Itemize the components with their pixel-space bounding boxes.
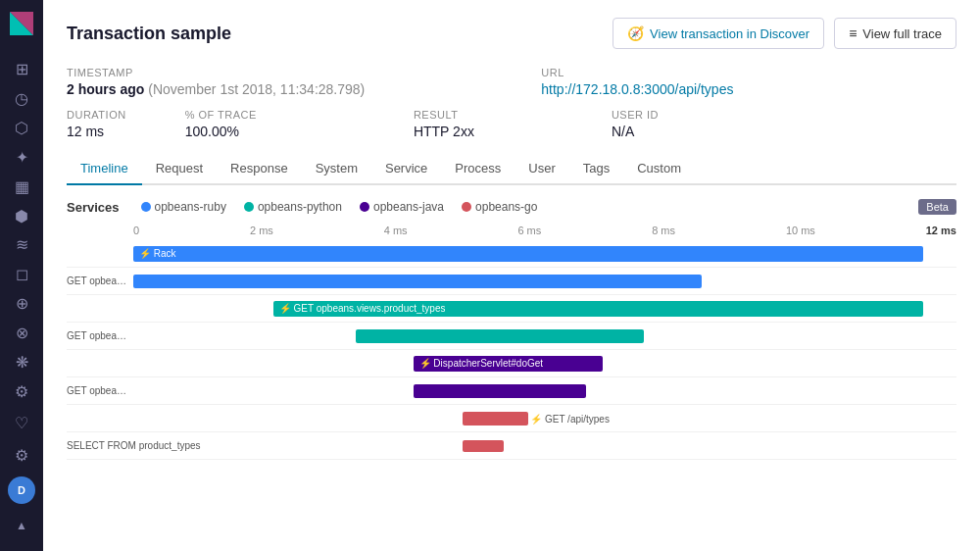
span-label-java: GET opbeans-java:3000	[67, 330, 133, 341]
timeline-chart: 0 2 ms 4 ms 6 ms 8 ms 10 ms 12 ms ⚡ Rack	[67, 225, 956, 533]
span-row-api-types: ⚡ GET /api/types	[67, 405, 956, 432]
spans-area: ⚡ Rack GET opbeans-python	[67, 240, 956, 460]
list-icon: ≡	[849, 25, 857, 41]
tab-system[interactable]: System	[302, 153, 371, 185]
span-bar-area-go	[133, 377, 956, 404]
pct-trace-value: 100.00%	[185, 124, 257, 139]
monitoring-icon[interactable]: ♡	[6, 410, 37, 435]
panel-header: Transaction sample 🧭 View transaction in…	[67, 18, 956, 49]
span-row-java: GET opbeans-java:3000	[67, 323, 956, 350]
span-label-python: GET opbeans-python	[67, 276, 133, 286]
span-bar-product-types: ⚡ GET opbeans.views.product_types	[273, 301, 924, 317]
axis-label-6ms: 6 ms	[517, 225, 541, 236]
tab-bar: Timeline Request Response System Service…	[67, 153, 956, 185]
tab-timeline[interactable]: Timeline	[67, 153, 142, 185]
span-label-select: SELECT FROM product_types	[67, 440, 133, 451]
span-bar-dispatcher: ⚡ DispatcherServlet#doGet	[414, 356, 603, 372]
span-bar-area-rack: ⚡ Rack	[133, 240, 956, 267]
dashboard-icon[interactable]: ▦	[6, 174, 37, 199]
discover-icon[interactable]: ✦	[6, 145, 37, 171]
compass-icon: 🧭	[627, 25, 644, 41]
view-discover-button[interactable]: 🧭 View transaction in Discover	[612, 18, 824, 49]
timestamp-label: Timestamp	[67, 67, 365, 78]
span-bar-area-dispatcher: ⚡ DispatcherServlet#doGet	[133, 350, 956, 376]
tab-service[interactable]: Service	[371, 153, 441, 185]
transaction-panel: Transaction sample 🧭 View transaction in…	[43, 0, 980, 551]
timestamp-ago: 2 hours ago	[67, 81, 144, 97]
url-value: http://172.18.0.8:3000/api/types	[541, 81, 733, 97]
sidebar: ⊞ ◷ ⬡ ✦ ▦ ⬢ ≋ ◻ ⊕ ⊗ ❋ ⚙ ♡ ⚙ D ▲	[0, 0, 43, 551]
rack-bar-label: ⚡ Rack	[133, 248, 176, 259]
span-bar-python	[133, 275, 702, 288]
ml-icon[interactable]: ⊗	[6, 321, 37, 346]
meta-row-1: Timestamp 2 hours ago (November 1st 2018…	[67, 67, 956, 97]
python-dot	[244, 202, 254, 212]
axis-label-12ms: 12 ms	[926, 225, 956, 236]
duration-item: Duration 12 ms	[67, 109, 126, 139]
user-id-label: User ID	[612, 109, 659, 121]
service-java: opbeans-java	[360, 200, 444, 214]
duration-value: 12 ms	[67, 124, 126, 139]
java-dot	[360, 202, 369, 212]
timelion-icon[interactable]: ≋	[6, 232, 37, 258]
settings-icon[interactable]: ⚙	[6, 439, 37, 471]
axis-label-0: 0	[133, 225, 139, 236]
axis-label-4ms: 4 ms	[384, 225, 408, 236]
go-dot	[462, 202, 471, 212]
tab-tags[interactable]: Tags	[569, 153, 623, 185]
axis-label-10ms: 10 ms	[786, 225, 815, 236]
view-trace-button[interactable]: ≡ View full trace	[834, 18, 956, 49]
span-bar-area-api-types: ⚡ GET /api/types	[133, 405, 956, 431]
dispatcher-bar-label: ⚡ DispatcherServlet#doGet	[414, 358, 544, 369]
beta-badge: Beta	[918, 199, 956, 215]
span-bar-java	[356, 329, 644, 343]
span-bar-area-select	[133, 432, 956, 459]
service-ruby: opbeans-ruby	[141, 200, 226, 214]
ruby-dot	[141, 202, 151, 212]
canvas-icon[interactable]: ◻	[6, 262, 37, 287]
tab-user[interactable]: User	[514, 153, 568, 185]
meta-row-2: Duration 12 ms % of trace 100.00% Result…	[67, 109, 956, 139]
url-label: URL	[541, 67, 733, 78]
api-types-outside-label: ⚡ GET /api/types	[530, 413, 610, 424]
services-legend: Services opbeans-ruby opbeans-python opb…	[67, 199, 956, 215]
span-row-select: SELECT FROM product_types	[67, 432, 956, 460]
visualize-icon[interactable]: ⬢	[6, 203, 37, 228]
span-bar-rack: ⚡ Rack	[133, 246, 923, 262]
maps-icon[interactable]: ⊕	[6, 291, 37, 317]
timestamp-value: 2 hours ago (November 1st 2018, 11:34:28…	[67, 81, 365, 97]
span-row-go: GET opbeans-go	[67, 377, 956, 405]
span-bar-area-python	[133, 268, 956, 294]
span-label-go: GET opbeans-go	[67, 385, 133, 396]
span-row-product-types: ⚡ GET opbeans.views.product_types	[67, 295, 956, 323]
url-item: URL http://172.18.0.8:3000/api/types	[541, 67, 733, 97]
axis-label-8ms: 8 ms	[652, 225, 675, 236]
span-bar-select	[463, 440, 504, 452]
kibana-logo[interactable]	[6, 8, 37, 39]
graph-icon[interactable]: ❋	[6, 349, 37, 375]
home-icon[interactable]: ⊞	[6, 57, 37, 82]
duration-label: Duration	[67, 109, 126, 121]
pct-trace-item: % of trace 100.00%	[185, 109, 257, 139]
dev-tools-icon[interactable]: ⚙	[6, 378, 37, 404]
span-bar-go	[414, 384, 586, 398]
tab-process[interactable]: Process	[441, 153, 514, 185]
tab-request[interactable]: Request	[142, 153, 217, 185]
span-bar-api-types	[463, 412, 528, 426]
pct-trace-label: % of trace	[185, 109, 257, 121]
span-row-rack: ⚡ Rack	[67, 240, 956, 268]
shield-icon[interactable]: ⬡	[6, 116, 37, 141]
span-bar-area-product-types: ⚡ GET opbeans.views.product_types	[133, 295, 956, 322]
avatar[interactable]: D	[8, 476, 35, 504]
tab-response[interactable]: Response	[217, 153, 302, 185]
panel-title: Transaction sample	[67, 24, 231, 44]
timestamp-full: (November 1st 2018, 11:34:28.798)	[148, 81, 365, 97]
tab-custom[interactable]: Custom	[623, 153, 695, 185]
arrow-up-icon[interactable]: ▲	[6, 510, 37, 541]
services-label: Services	[67, 200, 120, 215]
service-python: opbeans-python	[244, 200, 342, 214]
span-row-python: GET opbeans-python	[67, 268, 956, 295]
header-buttons: 🧭 View transaction in Discover ≡ View fu…	[612, 18, 956, 49]
apm-icon[interactable]: ◷	[6, 86, 37, 112]
product-types-bar-label: ⚡ GET opbeans.views.product_types	[273, 303, 446, 314]
